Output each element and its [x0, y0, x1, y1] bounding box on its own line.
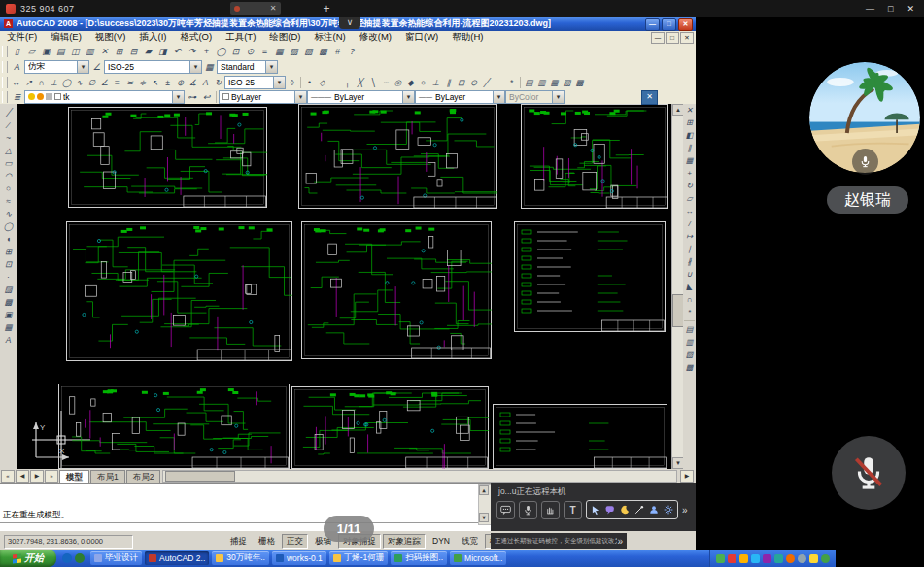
fillet-icon[interactable]: ∩: [683, 293, 696, 306]
quickcalc-icon[interactable]: #: [330, 45, 345, 58]
layer-properties-manager-icon[interactable]: ≣: [10, 90, 24, 104]
tolerance-icon[interactable]: ±: [161, 76, 174, 88]
mic-icon[interactable]: [519, 501, 537, 519]
tray-icon-1[interactable]: [716, 554, 725, 563]
undo-icon[interactable]: ↶: [170, 45, 185, 58]
horizontal-scrollbar[interactable]: [162, 470, 677, 483]
tab-nav-arrow[interactable]: «: [1, 470, 15, 483]
chamfer-icon[interactable]: ◣: [683, 281, 696, 293]
doc-restore-button[interactable]: □: [666, 32, 679, 44]
status-toggle[interactable]: 线宽: [457, 534, 483, 549]
order-above-icon[interactable]: ▧: [683, 349, 696, 361]
layer-previous-icon[interactable]: ↩: [199, 90, 214, 104]
snap-perpendicular-icon[interactable]: ⊥: [429, 76, 442, 88]
snap-endpoint-icon[interactable]: ─: [328, 76, 341, 88]
extend-icon[interactable]: ↦: [683, 230, 696, 243]
security-expand-chevron[interactable]: »: [617, 536, 623, 547]
draworder-above-icon[interactable]: ▦: [548, 76, 561, 88]
array-icon[interactable]: ▦: [683, 154, 696, 167]
menu-window[interactable]: 窗口(W): [398, 31, 445, 44]
table-style-combo[interactable]: Standard▾: [217, 60, 278, 74]
temp-track-icon[interactable]: •: [303, 76, 316, 88]
dim-style-manager-icon[interactable]: ∠: [89, 60, 104, 74]
order-below-icon[interactable]: ▩: [683, 361, 696, 374]
text-style-combo[interactable]: 仿宋▾: [24, 60, 89, 74]
tab-nav-arrow[interactable]: ◀: [16, 470, 29, 483]
dim-continue-icon[interactable]: ≑: [136, 76, 149, 88]
status-toggle[interactable]: 正交: [282, 534, 308, 549]
layout-tab[interactable]: 布局1: [90, 470, 125, 483]
new-file-icon[interactable]: ▯: [10, 45, 24, 58]
tray-icon-8[interactable]: [798, 554, 806, 563]
acad-restore-button[interactable]: □: [662, 18, 676, 31]
menu-format[interactable]: 格式(O): [173, 31, 219, 44]
dim-update-icon[interactable]: ↻: [212, 76, 224, 88]
text-tool-icon[interactable]: T: [564, 501, 582, 519]
scale-icon[interactable]: ▱: [683, 192, 696, 205]
toolbar-grip[interactable]: [2, 91, 8, 103]
redo-icon[interactable]: ↷: [185, 45, 199, 58]
dim-ordinate-icon[interactable]: ⊥: [48, 76, 60, 88]
app-close-button[interactable]: ✕: [907, 4, 914, 14]
make-object-layer-current-icon[interactable]: ⊶: [185, 90, 199, 104]
erase-icon[interactable]: ✕: [683, 104, 696, 117]
snap-quadrant-icon[interactable]: ◆: [404, 76, 417, 88]
offset-icon[interactable]: ∥: [683, 142, 696, 154]
toolbar-grip[interactable]: [2, 46, 8, 57]
laser-pointer-icon[interactable]: [633, 504, 645, 516]
snap-extension-icon[interactable]: ┄: [379, 76, 392, 88]
dim-edit-icon[interactable]: ∡: [187, 76, 199, 88]
snap-parallel-icon[interactable]: ∥: [442, 76, 455, 88]
expand-toolbar-chevron[interactable]: »: [682, 505, 688, 516]
plot-preview-icon[interactable]: ◫: [68, 45, 83, 58]
dim-text-edit-icon[interactable]: A: [199, 76, 212, 88]
layer-combo[interactable]: tk▾: [24, 90, 185, 104]
dark-mode-moon-icon[interactable]: [619, 504, 631, 516]
spline-icon[interactable]: ∿: [2, 207, 15, 219]
draworder-front-icon[interactable]: ▤: [523, 76, 535, 88]
task-30wandun[interactable]: 30万吨年..: [212, 551, 269, 565]
quick-dim-icon[interactable]: ≡: [111, 76, 123, 88]
sheetset-manager-icon[interactable]: ▨: [301, 45, 316, 58]
floating-toolbar-close-icon[interactable]: ✕: [641, 90, 658, 105]
menu-dimension[interactable]: 标注(N): [308, 31, 353, 44]
doc-minimize-button[interactable]: —: [651, 32, 665, 44]
snap-from-icon[interactable]: ◇: [316, 76, 328, 88]
order-back-icon[interactable]: ▥: [683, 336, 696, 349]
osnap-settings-icon[interactable]: *: [505, 76, 518, 88]
draworder-annotate-icon[interactable]: ▩: [573, 76, 586, 88]
hatch-icon[interactable]: ▨: [2, 283, 15, 295]
status-toggle[interactable]: 捕捉: [225, 534, 252, 549]
dim-style-combo[interactable]: ISO-25▾: [104, 60, 202, 74]
task-microsoft[interactable]: Microsoft..: [450, 551, 506, 565]
rectangle-icon[interactable]: ▭: [2, 156, 15, 169]
chat-icon[interactable]: [496, 501, 515, 519]
tray-icon-10[interactable]: [821, 554, 830, 563]
participants-icon[interactable]: [648, 504, 660, 516]
tray-icon-9[interactable]: [809, 554, 818, 563]
tray-icon-6[interactable]: [774, 554, 783, 563]
cmd-scroll-down-icon[interactable]: ▼: [479, 513, 489, 522]
line-icon[interactable]: ╱: [2, 106, 15, 118]
plot-icon[interactable]: ▤: [53, 45, 68, 58]
circle-icon[interactable]: ○: [2, 182, 15, 194]
tray-icon-5[interactable]: [763, 554, 771, 563]
table-icon[interactable]: ▦: [2, 320, 15, 333]
copy-icon[interactable]: ⊞: [112, 45, 126, 58]
tray-icon-3[interactable]: [739, 554, 748, 563]
snap-intersection-icon[interactable]: ╳: [354, 76, 366, 88]
help-icon[interactable]: ?: [345, 45, 359, 58]
dim-radius-icon[interactable]: ◯: [60, 76, 73, 88]
dim-diameter-icon[interactable]: ∅: [86, 76, 98, 88]
gesture-icon[interactable]: [541, 501, 560, 519]
remote-toolbar-collapse-chevron[interactable]: ∨: [339, 17, 360, 29]
polygon-icon[interactable]: △: [2, 144, 15, 156]
settings-gear-icon[interactable]: [663, 504, 674, 516]
copy-object-icon[interactable]: ⊞: [683, 117, 696, 129]
scroll-right-icon[interactable]: ▶: [680, 470, 694, 483]
snap-tangent-icon[interactable]: ○: [417, 76, 429, 88]
dim-style-toolbar-combo[interactable]: ISO-25▾: [224, 76, 286, 89]
toolbar-grip[interactable]: [2, 61, 8, 73]
tab-nav-arrow[interactable]: ▶: [30, 470, 44, 483]
dim-arclength-icon[interactable]: ∩: [35, 76, 48, 88]
